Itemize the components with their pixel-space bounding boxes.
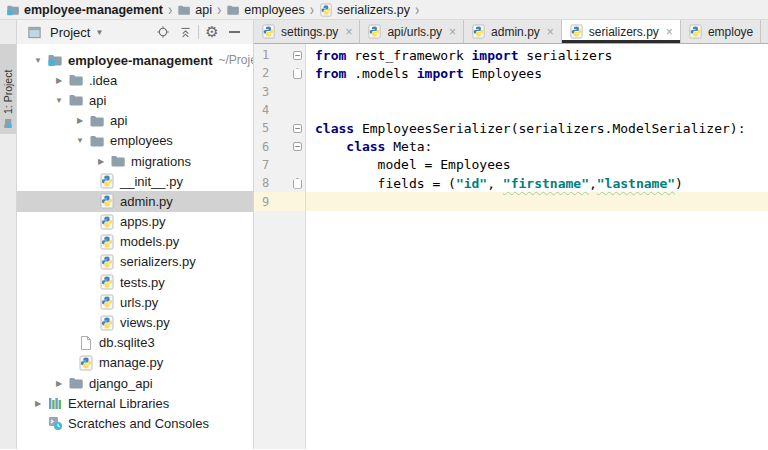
locate-file-icon[interactable] — [152, 22, 174, 42]
editor-tab-serializers.py[interactable]: serializers.py× — [562, 20, 681, 43]
tree-item-.idea[interactable]: ▶.idea — [17, 70, 253, 90]
tree-item-__init__.py[interactable]: __init__.py — [17, 171, 253, 191]
chevron-collapsed-icon[interactable]: ▶ — [50, 379, 68, 388]
tree-item-manage.py[interactable]: manage.py — [17, 353, 253, 373]
tree-item-views.py[interactable]: views.py — [17, 312, 253, 332]
breadcrumb-item-employee-management[interactable]: employee-management — [4, 3, 165, 17]
python-file-icon — [261, 24, 276, 39]
python-file-icon — [569, 24, 584, 39]
line-number: 4 — [262, 103, 302, 117]
tree-item-db.sqlite3[interactable]: db.sqlite3 — [17, 333, 253, 353]
fold-collapse-icon[interactable]: − — [293, 124, 302, 133]
chevron-collapsed-icon[interactable]: ▶ — [92, 157, 110, 166]
tree-item-external-libraries[interactable]: ▶External Libraries — [17, 393, 253, 413]
tree-item-employees[interactable]: ▼employees — [17, 131, 253, 151]
python-file-icon — [99, 234, 115, 250]
gear-icon[interactable]: ⚙ — [201, 22, 223, 42]
code-token: serializers — [519, 48, 613, 63]
editor-tab-api-urls.py[interactable]: api/urls.py× — [360, 20, 464, 43]
code-token: fields = ( — [315, 176, 456, 191]
chevron-expanded-icon[interactable]: ▼ — [50, 96, 68, 105]
fold-end-icon[interactable] — [293, 178, 302, 189]
tree-item-tests.py[interactable]: tests.py — [17, 272, 253, 292]
code-token: "lastname" — [597, 176, 675, 191]
breadcrumb-item-employees[interactable]: employees — [224, 3, 306, 17]
project-tool-window-button[interactable]: 1: Project — [0, 44, 16, 134]
line-number: 8 — [262, 176, 293, 190]
folder-icon — [89, 113, 105, 129]
editor-tab-admin.py[interactable]: admin.py× — [464, 20, 562, 43]
python-file-icon — [367, 24, 382, 39]
hide-panel-icon[interactable] — [223, 22, 245, 42]
gutter-line-4: 4 — [254, 101, 305, 119]
toolbar-divider — [198, 25, 199, 39]
python-file-icon — [99, 315, 115, 331]
chevron-down-icon[interactable]: ▼ — [95, 28, 103, 37]
close-tab-icon[interactable]: × — [345, 25, 352, 39]
code-token: import — [472, 48, 519, 63]
breadcrumb-item-api[interactable]: api — [175, 3, 214, 17]
breadcrumb: employee-management› api› employees› ser… — [0, 0, 768, 20]
code-token: , — [487, 176, 503, 191]
project-tool-window-icon — [2, 118, 15, 129]
tree-item-admin.py[interactable]: admin.py — [17, 191, 253, 211]
code-line-5[interactable]: class EmployeesSerializer(serializers.Mo… — [306, 119, 768, 137]
code-line-7[interactable]: model = Employees — [306, 156, 768, 174]
project-folder-icon — [6, 3, 20, 17]
line-number: 7 — [262, 158, 302, 172]
tree-item-serializers.py[interactable]: serializers.py — [17, 252, 253, 272]
python-file-icon — [78, 355, 94, 371]
editor-tab-settings.py[interactable]: settings.py× — [254, 20, 360, 43]
tree-item-migrations[interactable]: ▶migrations — [17, 151, 253, 171]
folder-icon — [89, 133, 105, 149]
project-panel-title[interactable]: Project — [50, 25, 90, 40]
project-folder-icon — [47, 52, 63, 68]
code-token: .models — [346, 66, 416, 81]
tree-item-django_api[interactable]: ▶django_api — [17, 373, 253, 393]
close-tab-icon[interactable]: × — [666, 25, 673, 39]
line-number: 1 — [262, 48, 293, 62]
gutter-line-1: 1− — [254, 46, 305, 64]
chevron-expanded-icon[interactable]: ▼ — [29, 56, 47, 65]
fold-end-icon[interactable] — [293, 68, 302, 79]
code-area[interactable]: from rest_framework import serializersfr… — [306, 44, 768, 449]
project-tool-window-label: 1: Project — [2, 70, 14, 114]
collapse-all-icon[interactable] — [174, 22, 196, 42]
code-line-1[interactable]: from rest_framework import serializers — [306, 46, 768, 64]
tree-item-api[interactable]: ▼api — [17, 90, 253, 110]
editor-tab-employe[interactable]: employe — [681, 20, 761, 43]
code-token: rest_framework — [346, 48, 471, 63]
python-file-icon — [319, 3, 333, 17]
line-number: 2 — [262, 66, 293, 80]
chevron-collapsed-icon[interactable]: ▶ — [50, 76, 68, 85]
tree-item-api[interactable]: ▶api — [17, 111, 253, 131]
code-line-9[interactable] — [306, 192, 768, 210]
tree-item-apps.py[interactable]: apps.py — [17, 212, 253, 232]
breadcrumb-item-serializers.py[interactable]: serializers.py — [317, 3, 412, 17]
editor-column: settings.py× api/urls.py× admin.py× seri… — [254, 20, 768, 449]
chevron-collapsed-icon[interactable]: ▶ — [71, 116, 89, 125]
chevron-expanded-icon[interactable]: ▼ — [71, 136, 89, 145]
tree-item-employee-management[interactable]: ▼employee-management~/Proje — [17, 50, 253, 70]
python-file-icon — [99, 294, 115, 310]
chevron-collapsed-icon[interactable]: ▶ — [29, 399, 47, 408]
python-file-icon — [99, 193, 115, 209]
code-line-3[interactable] — [306, 83, 768, 101]
close-tab-icon[interactable]: × — [449, 25, 456, 39]
tree-item-urls.py[interactable]: urls.py — [17, 292, 253, 312]
close-tab-icon[interactable]: × — [547, 25, 554, 39]
code-line-2[interactable]: from .models import Employees — [306, 64, 768, 82]
code-line-8[interactable]: fields = ("id", "firstname","lastname") — [306, 174, 768, 192]
project-tree: ▼employee-management~/Proje▶.idea▼api▶ap… — [17, 44, 253, 449]
libraries-icon — [47, 395, 63, 411]
project-panel-header: Project ▼ ⚙ — [17, 20, 253, 44]
code-token: import — [417, 66, 464, 81]
tree-item-models.py[interactable]: models.py — [17, 232, 253, 252]
tree-item-scratches-and-consoles[interactable]: Scratches and Consoles — [17, 413, 253, 433]
editor[interactable]: 1−2345−6−789 from rest_framework import … — [254, 44, 768, 449]
code-line-6[interactable]: class Meta: — [306, 137, 768, 155]
fold-collapse-icon[interactable]: − — [293, 142, 302, 151]
fold-collapse-icon[interactable]: − — [293, 51, 302, 60]
folder-icon — [110, 153, 126, 169]
code-line-4[interactable] — [306, 101, 768, 119]
